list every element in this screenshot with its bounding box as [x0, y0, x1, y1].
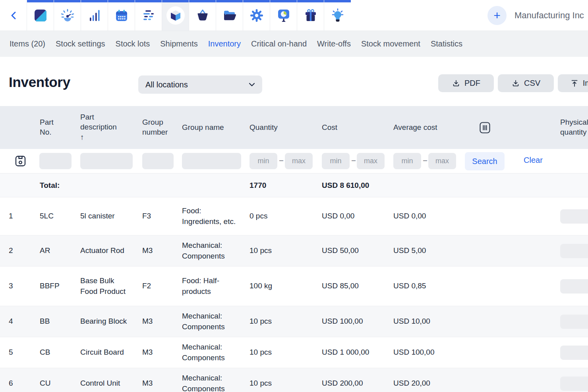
col-header-average-cost[interactable]: Average cost [393, 123, 473, 133]
save-filter-button[interactable] [15, 155, 26, 167]
import-label: Import [583, 79, 588, 88]
tab-statistics[interactable]: Statistics [431, 39, 462, 48]
physical-quantity-input[interactable] [560, 315, 588, 329]
filter-part-no-input[interactable] [39, 153, 72, 169]
tab-shipments[interactable]: Shipments [160, 39, 198, 48]
average-cost-cell: USD 0,00 [393, 211, 473, 222]
group-name-cell: Mechanical: Components [182, 240, 250, 262]
part-no-cell: 5LC [40, 211, 80, 222]
reports-presentation-icon [277, 8, 291, 23]
tab-critical-on-hand[interactable]: Critical on-hand [251, 39, 307, 48]
table-row[interactable]: 5CBCircuit BoardM3Mechanical: Components… [0, 337, 588, 368]
tab-write-offs[interactable]: Write-offs [317, 39, 351, 48]
sort-ascending-icon[interactable]: ↑ [80, 133, 142, 143]
company-name[interactable]: Manufacturing Inc [514, 10, 588, 21]
col-header-physical-quantity[interactable]: Physical quantity [560, 118, 588, 137]
table-row[interactable]: 3BBFPBase Bulk Food ProductF2Food: Half-… [0, 266, 588, 306]
group-number-cell: M3 [142, 245, 182, 256]
add-button[interactable]: + [487, 6, 507, 25]
quantity-cell: 10 pcs [250, 316, 322, 327]
app-logo[interactable] [27, 0, 54, 31]
dashboard-app[interactable] [54, 0, 81, 31]
inventory-app[interactable] [162, 0, 189, 31]
documents-app[interactable] [216, 0, 243, 31]
tab-items-20[interactable]: Items (20) [10, 39, 45, 48]
range-separator: – [279, 156, 283, 164]
download-icon [452, 79, 460, 88]
plus-icon: + [493, 9, 501, 22]
tab-stock-lots[interactable]: Stock lots [116, 39, 150, 48]
physical-quantity-input[interactable] [560, 346, 588, 360]
filter-average-cost-max-input[interactable] [428, 153, 456, 169]
back-button[interactable] [0, 0, 27, 31]
physical-quantity-input[interactable] [560, 377, 588, 391]
average-cost-cell: USD 5,00 [393, 245, 473, 256]
range-separator: – [423, 156, 427, 164]
col-header-group-name[interactable]: Group name [182, 123, 250, 133]
filter-quantity-min-input[interactable] [250, 153, 277, 169]
filter-group-number-input[interactable] [142, 153, 174, 169]
rewards-app[interactable] [297, 0, 324, 31]
table-row[interactable]: 15LC5l canisterF3Food: Ingredients, etc.… [0, 197, 588, 235]
col-header-part-no[interactable]: Part No. [40, 118, 80, 137]
ideas-app[interactable] [324, 0, 351, 31]
clear-filters-link[interactable]: Clear [524, 156, 543, 165]
location-select[interactable]: All locations [138, 75, 262, 94]
col-header-quantity[interactable]: Quantity [250, 123, 322, 133]
tasks-gantt-icon [142, 9, 155, 22]
part-description-cell: Actuator Rod [80, 245, 142, 256]
table-row[interactable]: 2ARActuator RodM3Mechanical: Components1… [0, 235, 588, 266]
physical-quantity-input[interactable] [560, 279, 588, 294]
quantity-cell: 10 pcs [250, 378, 322, 389]
download-icon [511, 79, 520, 88]
filter-cost-min-input[interactable] [322, 153, 350, 169]
filter-quantity-max-input[interactable] [285, 153, 313, 169]
physical-quantity-input[interactable] [560, 244, 588, 258]
total-cost: USD 8 610,00 [322, 181, 393, 190]
rewards-gift-icon [304, 8, 317, 23]
filter-cost-max-input[interactable] [357, 153, 385, 169]
col-header-group-number[interactable]: Group number [142, 118, 182, 137]
table-total-row: Total: 1770 USD 8 610,00 [0, 174, 588, 197]
column-settings-button[interactable] [473, 122, 497, 133]
columns-icon [480, 122, 490, 133]
physical-quantity-input[interactable] [560, 209, 588, 224]
tab-stock-movement[interactable]: Stock movement [361, 39, 420, 48]
tasks-app[interactable] [135, 0, 162, 31]
export-csv-button[interactable]: CSV [498, 74, 554, 92]
col-header-cost[interactable]: Cost [322, 123, 393, 133]
page-title: Inventory [9, 74, 70, 90]
row-index: 1 [9, 211, 40, 222]
group-number-cell: M3 [142, 378, 182, 389]
average-cost-cell: USD 10,00 [393, 316, 473, 327]
group-number-cell: F2 [142, 281, 182, 292]
row-index: 5 [9, 347, 40, 358]
settings-app[interactable] [243, 0, 270, 31]
export-pdf-button[interactable]: PDF [438, 74, 494, 92]
import-button[interactable]: Import [558, 74, 588, 92]
group-name-cell: Mechanical: Components [182, 373, 250, 392]
table-row[interactable]: 6CUControl UnitM3Mechanical: Components1… [0, 368, 588, 392]
reports-app[interactable] [270, 0, 297, 31]
search-button[interactable]: Search [465, 152, 505, 170]
export-actions: PDF CSV Import [438, 74, 588, 92]
purchases-app[interactable] [189, 0, 216, 31]
filter-average-cost-min-input[interactable] [393, 153, 421, 169]
tab-stock-settings[interactable]: Stock settings [56, 39, 105, 48]
table-row[interactable]: 4BBBearing BlockM3Mechanical: Components… [0, 306, 588, 337]
documents-folder-icon [222, 8, 237, 23]
filter-part-description-input[interactable] [80, 153, 133, 169]
part-description-cell: 5l canister [80, 211, 142, 222]
col-header-part-description[interactable]: Part description ↑ [80, 112, 142, 143]
cost-cell: USD 0,00 [322, 211, 393, 222]
app-bar-right: + Manufacturing Inc [351, 0, 588, 31]
filter-group-name-input[interactable] [182, 153, 241, 169]
cost-cell: USD 200,00 [322, 378, 393, 389]
calendar-app[interactable] [108, 0, 135, 31]
tab-inventory[interactable]: Inventory [208, 39, 241, 48]
group-number-cell: M3 [142, 347, 182, 358]
average-cost-cell: USD 100,00 [393, 347, 473, 358]
analytics-app[interactable] [81, 0, 108, 31]
section-tabs: Items (20)Stock settingsStock lotsShipme… [0, 31, 588, 57]
group-name-cell: Mechanical: Components [182, 311, 250, 332]
